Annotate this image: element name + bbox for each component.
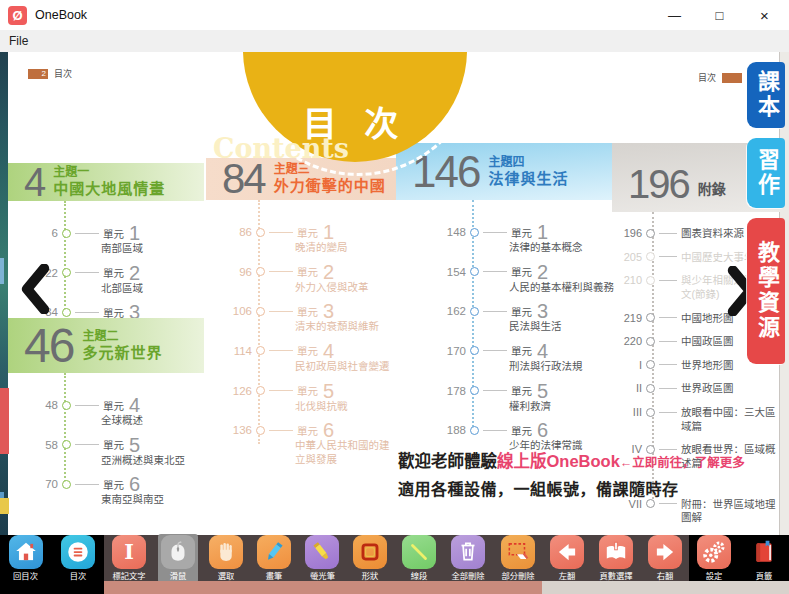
tool-label: 設定 (706, 569, 723, 581)
unit-number: 3 (323, 301, 334, 321)
highlighter-tool[interactable]: 螢光筆 (302, 534, 342, 583)
eraser-tool[interactable]: 部分刪除 (497, 534, 539, 583)
unit-label: 單元 (103, 437, 124, 452)
entry-dot-icon (470, 386, 479, 395)
open-book-tool[interactable]: 頁數選擇 (595, 534, 637, 583)
appendix-entry[interactable]: II世界政區圖 (612, 381, 780, 396)
entry-dot-icon (256, 386, 265, 395)
promo-link[interactable]: ←立即前往，了解更多 (620, 456, 745, 470)
home-tool[interactable]: 回目次 (6, 534, 46, 583)
toc-entry[interactable]: 48單元4全球概述 (28, 397, 204, 428)
page-marker-left: 2 目次 (28, 67, 72, 80)
maximize-button[interactable]: □ (697, 0, 742, 30)
toc-entry[interactable]: 162單元3民法與生活 (436, 303, 616, 334)
toc-entry[interactable]: 126單元5北伐與抗戰 (222, 383, 396, 414)
title-bar: Ø OneBook — □ × (0, 0, 789, 30)
entry-dot-icon (62, 480, 71, 489)
tab-teaching-resources[interactable]: 教學資源 (747, 218, 785, 364)
book-page: 2 目次 目次 目 次 Contents 4主題一中國大地風情畫6單元1南部區域… (0, 52, 789, 535)
toc-entry[interactable]: 114單元4民初政局與社會變遷 (222, 343, 396, 374)
toc-entry[interactable]: 154單元2人民的基本權利與義務 (436, 264, 616, 295)
unit-number: 1 (323, 222, 334, 242)
entry-page-number: 96 (222, 266, 252, 278)
toc-entry[interactable]: 178單元5權利救濟 (436, 383, 616, 414)
entry-page-number: 126 (222, 385, 252, 397)
mouse-tool[interactable]: 滑鼠 (158, 534, 198, 583)
toc-entry[interactable]: 6單元1南部區域 (28, 225, 204, 256)
arrow-right-tool[interactable]: 右翻 (645, 534, 685, 583)
onebook-logo-icon: Ø (8, 6, 27, 25)
entry-dot-icon (470, 307, 479, 316)
text-mark-tool[interactable]: I標記文字 (108, 534, 150, 583)
hand-tool[interactable]: 選取 (206, 534, 246, 583)
bookmark-tool[interactable]: 頁籤 (744, 534, 784, 583)
appendix-entry[interactable]: VII附冊：世界區域地理圖解 (612, 497, 780, 525)
toc-entry[interactable]: 148單元1法律的基本概念 (436, 224, 616, 255)
unit-label: 單元 (511, 264, 532, 279)
appendix-entry[interactable]: III放眼看中國：三大區域篇 (612, 405, 780, 433)
topic-header[interactable]: 46主題二多元新世界 (8, 318, 204, 373)
entry-dot-icon (646, 360, 655, 369)
unit-number: 2 (537, 262, 548, 282)
pen-tool[interactable]: 畫筆 (254, 534, 294, 583)
unit-title: 民法與生活 (509, 320, 616, 334)
entry-page-number: 178 (436, 385, 466, 397)
arrow-right-icon (648, 535, 682, 569)
entry-dot-icon (62, 268, 71, 277)
tool-label: 頁數選擇 (599, 569, 632, 581)
unit-number: 5 (129, 435, 140, 455)
unit-label: 單元 (297, 225, 318, 240)
topic-title: 多元新世界 (82, 344, 162, 363)
appendix-label: 附錄 (698, 178, 726, 198)
topic-label: 主題一 (53, 165, 165, 180)
menu-bar: File (0, 30, 789, 52)
close-button[interactable]: × (742, 0, 787, 30)
topic-header[interactable]: 4主題一中國大地風情畫 (8, 163, 204, 201)
topic-number: 4 (24, 162, 44, 202)
entry-page-number: 210 (612, 274, 642, 286)
left-page-edge[interactable] (0, 52, 8, 535)
entry-dot-icon (256, 346, 265, 355)
unit-number: 2 (129, 263, 140, 283)
tool-label: 目次 (70, 569, 87, 581)
shape-tool[interactable]: 形狀 (350, 534, 390, 583)
line-icon (402, 535, 436, 569)
entry-page-number: III (612, 406, 642, 418)
toc-entry[interactable]: 96單元2外力入侵與改革 (222, 264, 396, 295)
toc-entry[interactable]: 22單元2北部區域 (28, 265, 204, 296)
unit-title: 法律的基本概念 (509, 241, 616, 255)
unit-title: 北部區域 (101, 282, 204, 296)
unit-label: 單元 (103, 398, 124, 413)
toc-entry[interactable]: 58單元5亞洲概述與東北亞 (28, 437, 204, 468)
tool-label: 畫筆 (266, 569, 283, 581)
gear-tool[interactable]: 設定 (694, 534, 734, 583)
entry-dot-icon (646, 384, 655, 393)
line-tool[interactable]: 線段 (399, 534, 439, 583)
unit-label: 單元 (511, 225, 532, 240)
tool-label: 滑鼠 (170, 569, 187, 581)
toc-entry[interactable]: 86單元1晚清的變局 (222, 224, 396, 255)
unit-label: 單元 (511, 423, 532, 438)
toc-entry[interactable]: 170單元4刑法與行政法規 (436, 343, 616, 374)
entry-page-number: 70 (28, 478, 58, 490)
entry-dot-icon (256, 307, 265, 316)
toc-entry[interactable]: 136單元6中華人民共和國的建立與發展 (222, 422, 396, 466)
list-tool[interactable]: 目次 (58, 534, 98, 583)
tab-workbook[interactable]: 習作 (747, 138, 785, 208)
tool-label: 選取 (218, 569, 235, 581)
unit-label: 單元 (103, 477, 124, 492)
toc-entry[interactable]: 70單元6東南亞與南亞 (28, 476, 204, 507)
entry-dot-icon (470, 267, 479, 276)
prev-page-arrow[interactable] (20, 264, 50, 318)
unit-number: 1 (537, 222, 548, 242)
entry-dot-icon (62, 440, 71, 449)
topic-label: 主題四 (488, 155, 568, 170)
tab-textbook[interactable]: 課本 (747, 62, 785, 128)
menu-file[interactable]: File (0, 34, 37, 48)
minimize-button[interactable]: — (652, 0, 697, 30)
toc-entry[interactable]: 106單元3清末的衰頹與維新 (222, 303, 396, 334)
trash-tool[interactable]: 全部刪除 (447, 534, 489, 583)
promo-line2: 適用各種設備，一組帳號，備課隨時存 (398, 476, 752, 500)
page-number-box: 2 (28, 69, 48, 79)
arrow-left-tool[interactable]: 左翻 (547, 534, 587, 583)
